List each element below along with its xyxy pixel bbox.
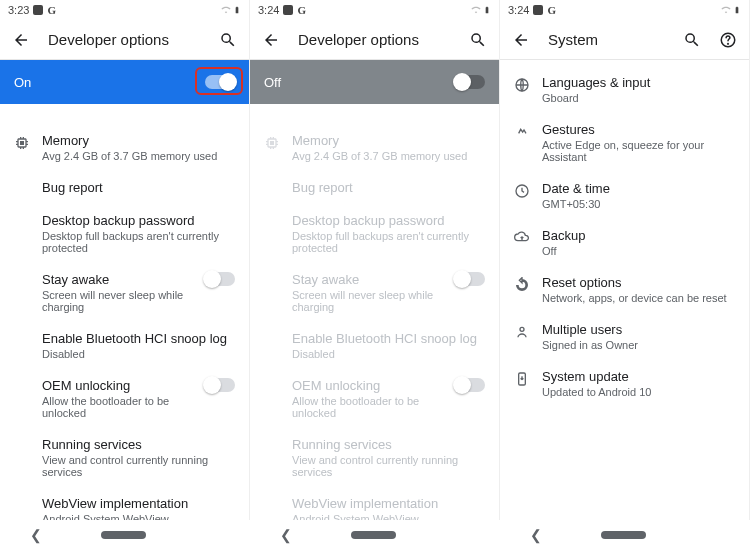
back-icon[interactable]: [262, 31, 280, 49]
settings-list: MemoryAvg 2.4 GB of 3.7 GB memory used B…: [0, 124, 249, 550]
item-title: Running services: [42, 437, 235, 452]
list-item[interactable]: System updateUpdated to Android 10: [500, 360, 749, 407]
app-bar: System: [500, 20, 749, 60]
panel-developer-on: 3:23 G Developer options On MemoryAvg 2.…: [0, 0, 250, 550]
user-icon: [514, 324, 530, 340]
list-item: Desktop backup passwordDesktop full back…: [250, 204, 499, 263]
nav-back-icon[interactable]: ❮: [280, 527, 292, 543]
item-subtitle: Allow the bootloader to be unlocked: [292, 395, 443, 419]
notif-icon: [533, 5, 543, 15]
wifi-icon: [721, 5, 731, 15]
item-title: Enable Bluetooth HCI snoop log: [292, 331, 485, 346]
item-title: WebView implementation: [42, 496, 235, 511]
item-subtitle: GMT+05:30: [542, 198, 735, 210]
item-title: Gestures: [542, 122, 735, 137]
item-title: WebView implementation: [292, 496, 485, 511]
master-toggle[interactable]: Off: [250, 60, 499, 104]
memory-icon: [14, 135, 30, 151]
toggle-icon[interactable]: [205, 378, 235, 392]
item-subtitle: Disabled: [292, 348, 485, 360]
nav-back-icon[interactable]: ❮: [530, 527, 542, 543]
google-icon: G: [297, 4, 306, 16]
battery-icon: [483, 5, 491, 15]
master-toggle[interactable]: On: [0, 60, 249, 104]
toggle-icon[interactable]: [205, 272, 235, 286]
back-icon[interactable]: [12, 31, 30, 49]
google-icon: G: [547, 4, 556, 16]
list-item[interactable]: BackupOff: [500, 219, 749, 266]
item-title: Languages & input: [542, 75, 735, 90]
item-subtitle: Active Edge on, squeeze for your Assista…: [542, 139, 735, 163]
backup-icon: [514, 230, 530, 246]
settings-list: MemoryAvg 2.4 GB of 3.7 GB memory used B…: [250, 124, 499, 550]
list-item[interactable]: Stay awakeScreen will never sleep while …: [0, 263, 249, 322]
gestures-icon: [514, 124, 530, 140]
list-item: OEM unlockingAllow the bootloader to be …: [250, 369, 499, 428]
item-title: Stay awake: [292, 272, 443, 287]
app-bar: Developer options: [250, 20, 499, 60]
list-item: Enable Bluetooth HCI snoop logDisabled: [250, 322, 499, 369]
back-icon[interactable]: [512, 31, 530, 49]
list-item: Bug report: [250, 171, 499, 204]
list-item[interactable]: Running servicesView and control current…: [0, 428, 249, 487]
help-icon[interactable]: [719, 31, 737, 49]
item-title: OEM unlocking: [292, 378, 443, 393]
item-title: Bug report: [42, 180, 235, 195]
list-item[interactable]: Enable Bluetooth HCI snoop logDisabled: [0, 322, 249, 369]
clock-icon: [514, 183, 530, 199]
item-subtitle: Desktop full backups aren't currently pr…: [42, 230, 235, 254]
item-title: Memory: [292, 133, 485, 148]
item-title: Desktop backup password: [42, 213, 235, 228]
nav-home-pill[interactable]: [601, 531, 646, 539]
update-icon: [514, 371, 530, 387]
list-item[interactable]: Bug report: [0, 171, 249, 204]
item-subtitle: Allow the bootloader to be unlocked: [42, 395, 193, 419]
list-item[interactable]: MemoryAvg 2.4 GB of 3.7 GB memory used: [0, 124, 249, 171]
item-subtitle: Signed in as Owner: [542, 339, 735, 351]
list-item[interactable]: Desktop backup passwordDesktop full back…: [0, 204, 249, 263]
item-title: Reset options: [542, 275, 735, 290]
search-icon[interactable]: [683, 31, 701, 49]
nav-bar-row: ❮ ❮ ❮: [0, 520, 750, 550]
list-item: Stay awakeScreen will never sleep while …: [250, 263, 499, 322]
battery-icon: [233, 5, 241, 15]
page-title: Developer options: [298, 31, 451, 48]
nav-home-pill[interactable]: [351, 531, 396, 539]
toggle-icon: [455, 272, 485, 286]
search-icon[interactable]: [469, 31, 487, 49]
list-item[interactable]: Date & timeGMT+05:30: [500, 172, 749, 219]
search-icon[interactable]: [219, 31, 237, 49]
nav-home-pill[interactable]: [101, 531, 146, 539]
master-toggle-label: Off: [264, 75, 455, 90]
wifi-icon: [221, 5, 231, 15]
list-item[interactable]: Multiple usersSigned in as Owner: [500, 313, 749, 360]
clock-text: 3:23: [8, 4, 29, 16]
nav-back-icon[interactable]: ❮: [30, 527, 42, 543]
list-item[interactable]: GesturesActive Edge on, squeeze for your…: [500, 113, 749, 172]
item-subtitle: View and control currently running servi…: [42, 454, 235, 478]
page-title: Developer options: [48, 31, 201, 48]
nav-bar: ❮: [0, 520, 250, 550]
item-title: Multiple users: [542, 322, 735, 337]
app-bar: Developer options: [0, 20, 249, 60]
notif-icon: [283, 5, 293, 15]
panel-system: 3:24 G System Languages & inputGboard Ge…: [500, 0, 750, 550]
item-title: Date & time: [542, 181, 735, 196]
clock-text: 3:24: [508, 4, 529, 16]
item-title: System update: [542, 369, 735, 384]
item-title: Enable Bluetooth HCI snoop log: [42, 331, 235, 346]
status-bar: 3:23 G: [0, 0, 249, 20]
item-title: Stay awake: [42, 272, 193, 287]
battery-icon: [733, 5, 741, 15]
item-subtitle: Screen will never sleep while charging: [42, 289, 193, 313]
item-subtitle: Desktop full backups aren't currently pr…: [292, 230, 485, 254]
svg-point-4: [520, 327, 524, 331]
wifi-icon: [471, 5, 481, 15]
list-item[interactable]: OEM unlockingAllow the bootloader to be …: [0, 369, 249, 428]
nav-bar: ❮: [500, 520, 750, 550]
list-item[interactable]: Languages & inputGboard: [500, 66, 749, 113]
list-item[interactable]: Reset optionsNetwork, apps, or device ca…: [500, 266, 749, 313]
item-subtitle: Gboard: [542, 92, 735, 104]
item-subtitle: Disabled: [42, 348, 235, 360]
svg-point-1: [728, 43, 729, 44]
